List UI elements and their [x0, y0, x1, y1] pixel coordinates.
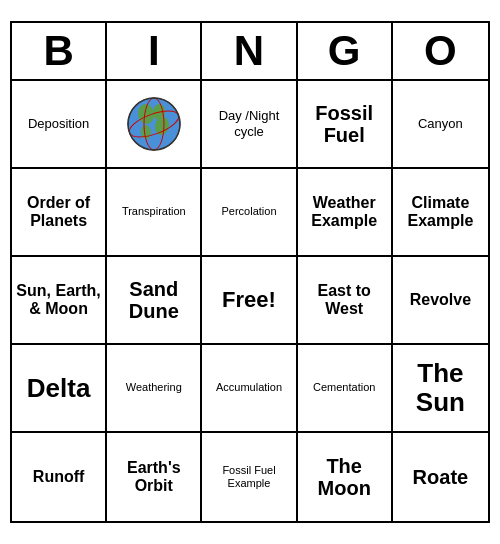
bingo-header: B I N G O	[12, 23, 488, 81]
cell-r1c4: Fossil Fuel	[298, 81, 393, 169]
cell-r3c1: Sun, Earth, & Moon	[12, 257, 107, 345]
cell-r2c3: Percolation	[202, 169, 297, 257]
cell-r5c1: Runoff	[12, 433, 107, 521]
cell-r1c2	[107, 81, 202, 169]
cell-r5c2: Earth's Orbit	[107, 433, 202, 521]
cell-r5c3: Fossil Fuel Example	[202, 433, 297, 521]
cell-r4c3: Accumulation	[202, 345, 297, 433]
bingo-card: B I N G O Deposition Day /Night	[10, 21, 490, 523]
cell-r5c4: The Moon	[298, 433, 393, 521]
cell-r3c5: Revolve	[393, 257, 488, 345]
header-n: N	[202, 23, 297, 79]
cell-r2c1: Order of Planets	[12, 169, 107, 257]
cell-r4c2: Weathering	[107, 345, 202, 433]
globe-icon	[124, 94, 184, 154]
header-b: B	[12, 23, 107, 79]
cell-r1c1: Deposition	[12, 81, 107, 169]
bingo-grid: Deposition Day /Night cycle Fossil Fuel	[12, 81, 488, 521]
cell-r4c4: Cementation	[298, 345, 393, 433]
cell-r3c2: Sand Dune	[107, 257, 202, 345]
cell-r4c5: The Sun	[393, 345, 488, 433]
header-o: O	[393, 23, 488, 79]
cell-r4c1: Delta	[12, 345, 107, 433]
header-g: G	[298, 23, 393, 79]
cell-r3c4: East to West	[298, 257, 393, 345]
cell-r1c3: Day /Night cycle	[202, 81, 297, 169]
cell-r3c3: Free!	[202, 257, 297, 345]
cell-r2c4: Weather Example	[298, 169, 393, 257]
header-i: I	[107, 23, 202, 79]
cell-r1c5: Canyon	[393, 81, 488, 169]
cell-r2c2: Transpiration	[107, 169, 202, 257]
cell-r5c5: Roate	[393, 433, 488, 521]
cell-r2c5: Climate Example	[393, 169, 488, 257]
